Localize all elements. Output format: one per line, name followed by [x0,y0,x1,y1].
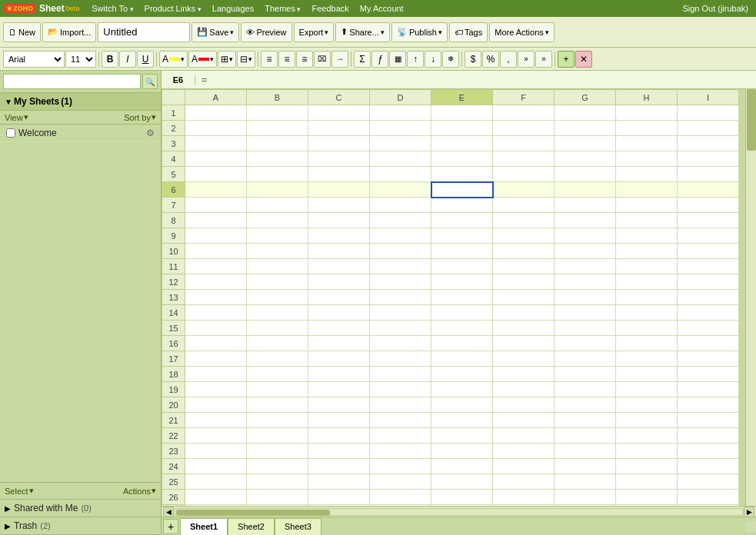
cell-F22[interactable] [493,428,555,444]
view-button[interactable]: View ▾ [5,112,28,122]
tags-button[interactable]: 🏷 Tags [449,22,488,42]
cell-B25[interactable] [247,474,308,490]
cell-A27[interactable] [185,505,247,507]
cell-D26[interactable] [370,490,431,505]
cell-G6[interactable] [555,182,616,198]
cell-I26[interactable] [678,490,739,505]
cell-F23[interactable] [493,444,555,459]
cell-B15[interactable] [247,321,308,336]
cell-D12[interactable] [370,274,431,290]
document-title-input[interactable] [98,22,190,42]
row-header-4[interactable]: 4 [162,151,185,167]
cell-H11[interactable] [616,259,678,274]
cell-E25[interactable] [431,474,493,490]
add-row-button[interactable]: + [558,51,574,68]
cell-A13[interactable] [185,290,247,305]
my-sheets-header[interactable]: ▼ My Sheets (1) [0,93,161,111]
cell-G25[interactable] [555,474,616,490]
cell-D1[interactable] [370,105,431,121]
cell-B2[interactable] [247,121,308,136]
cell-E15[interactable] [431,321,493,336]
align-left-button[interactable]: ≡ [261,51,278,68]
cell-G12[interactable] [555,274,616,290]
import-button[interactable]: 📂 Import... [42,22,96,42]
row-header-14[interactable]: 14 [162,305,185,321]
row-header-16[interactable]: 16 [162,336,185,351]
cell-C27[interactable] [308,505,370,507]
cell-C17[interactable] [308,351,370,367]
cell-D20[interactable] [370,397,431,413]
cell-G11[interactable] [555,259,616,274]
cell-F26[interactable] [493,490,555,505]
currency-button[interactable]: $ [465,51,481,68]
formula-input[interactable] [214,73,753,87]
cell-F11[interactable] [493,259,555,274]
row-header-2[interactable]: 2 [162,121,185,136]
cell-F27[interactable] [493,505,555,507]
cell-F3[interactable] [493,136,555,151]
export-button[interactable]: Export ▾ [294,22,335,42]
col-header-f[interactable]: F [493,90,555,105]
cell-E26[interactable] [431,490,493,505]
bold-button[interactable]: B [102,51,118,68]
cell-F13[interactable] [493,290,555,305]
cell-C10[interactable] [308,244,370,259]
borders-button[interactable]: ⊞ ▾ [218,51,236,68]
row-header-24[interactable]: 24 [162,459,185,474]
cell-I16[interactable] [678,336,739,351]
font-size-select[interactable]: 11 [65,51,96,68]
cell-H3[interactable] [616,136,678,151]
cell-B22[interactable] [247,428,308,444]
cell-D21[interactable] [370,413,431,428]
cell-G5[interactable] [555,167,616,182]
cell-F2[interactable] [493,121,555,136]
cell-G4[interactable] [555,151,616,167]
cell-G27[interactable] [555,505,616,507]
cell-G20[interactable] [555,397,616,413]
cell-A19[interactable] [185,382,247,397]
cell-I7[interactable] [678,198,739,213]
italic-button[interactable]: I [119,51,136,68]
cell-F1[interactable] [493,105,555,121]
cell-A22[interactable] [185,428,247,444]
cell-E3[interactable] [431,136,493,151]
cell-A25[interactable] [185,474,247,490]
add-sheet-button[interactable]: + [163,519,178,534]
cell-A24[interactable] [185,459,247,474]
col-header-g[interactable]: G [555,90,616,105]
cell-D7[interactable] [370,198,431,213]
cell-B21[interactable] [247,413,308,428]
cell-E4[interactable] [431,151,493,167]
col-header-d[interactable]: D [370,90,431,105]
comma-button[interactable]: , [500,51,517,68]
cell-G15[interactable] [555,321,616,336]
cell-E7[interactable] [431,198,493,213]
row-header-3[interactable]: 3 [162,136,185,151]
cell-H20[interactable] [616,397,678,413]
cell-D9[interactable] [370,228,431,244]
cell-D18[interactable] [370,367,431,382]
menu-languages[interactable]: Languages [208,2,258,15]
cell-I17[interactable] [678,351,739,367]
cell-A9[interactable] [185,228,247,244]
sheet-tab-sheet3[interactable]: Sheet3 [275,518,321,535]
cell-I9[interactable] [678,228,739,244]
cell-F17[interactable] [493,351,555,367]
cell-A15[interactable] [185,321,247,336]
row-header-18[interactable]: 18 [162,367,185,382]
sheet-tab-sheet2[interactable]: Sheet2 [228,518,275,535]
cell-E8[interactable] [431,213,493,228]
cell-I23[interactable] [678,444,739,459]
row-header-19[interactable]: 19 [162,382,185,397]
more-format-2[interactable]: » [535,51,552,68]
underline-button[interactable]: U [137,51,154,68]
cell-I15[interactable] [678,321,739,336]
cell-I18[interactable] [678,367,739,382]
cell-E22[interactable] [431,428,493,444]
delete-row-button[interactable]: ✕ [575,51,592,68]
cell-E11[interactable] [431,259,493,274]
cell-F16[interactable] [493,336,555,351]
cell-G14[interactable] [555,305,616,321]
cell-C26[interactable] [308,490,370,505]
cell-A16[interactable] [185,336,247,351]
